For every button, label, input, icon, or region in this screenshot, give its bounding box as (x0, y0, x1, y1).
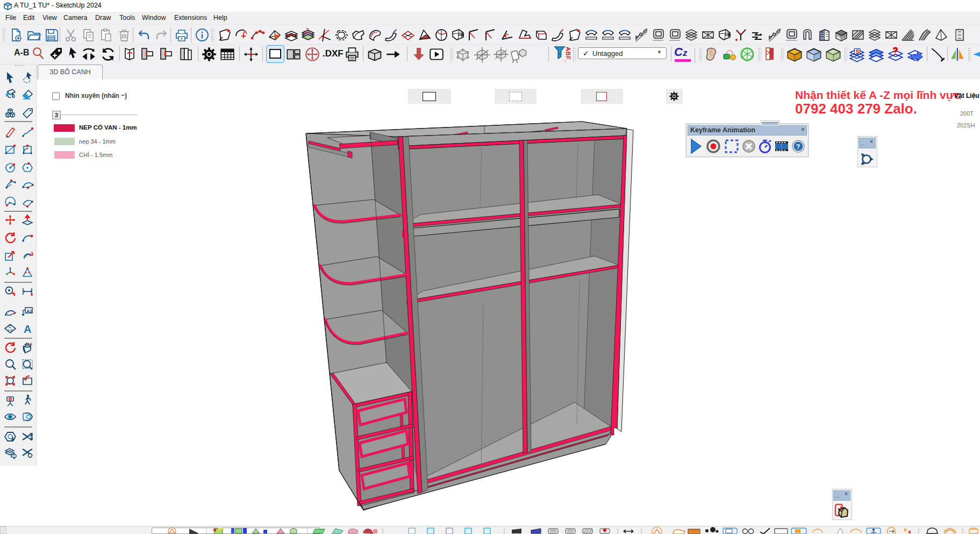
svg-text:?: ? (796, 143, 800, 151)
